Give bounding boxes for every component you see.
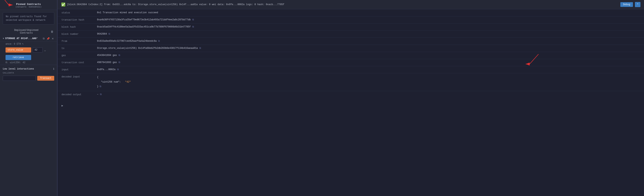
sidebar-network: (network: 420420421) [2,6,55,8]
block-number-row: block number 9642084 ⧉ [58,31,644,38]
gas-row: gas 4543041694 gas ⧉ [58,52,644,59]
calldata-row: Transact [0,75,57,82]
tx-summary-text: [block:9642084 txIndex:2] from: 0x833...… [67,3,284,6]
input-value: 0x0fe...0002a ⧉ [97,68,119,71]
status-row: status 0x1 Transaction mined and executi… [58,9,644,16]
status-key: status [62,11,97,14]
to-row: to Storage.store_value(uint256) 0x14fa68… [58,45,644,52]
retrieve-button[interactable]: retrieve [6,55,31,60]
to-key: to [62,47,97,50]
store-value-input[interactable] [33,47,42,53]
tx-hash-row: transaction hash 0xa4b30f47657138a3fca35… [58,16,644,24]
deployed-header: Deployed/Unpinned Contracts 🗑 [0,27,57,36]
decoded-input-key: decoded input [62,75,97,78]
copy-gas-icon[interactable]: ⧉ [118,54,120,57]
tx-header-bar: ✅ [block:9642084 txIndex:2] from: 0x833.… [58,0,644,9]
success-check-icon: ✅ [61,2,66,7]
collapse-button[interactable]: ⌃ [635,2,640,7]
copy-decoded-input-icon[interactable]: ⧉ [100,84,101,89]
contract-row: ▼ STORAGE AT 0X14F...AA0' ⧉ 📌 ✕ [0,36,57,42]
tx-cost-value: 4987641693 gas ⧉ [97,61,120,64]
contract-chevron-icon[interactable]: ▼ [3,37,4,40]
balance-value: 0 ETH [14,43,21,45]
copy-tx-cost-icon[interactable]: ⧉ [118,61,120,64]
sidebar-header: Pinned Contracts (network: 420420421) [0,0,57,10]
block-hash-key: block hash [62,26,97,29]
no-pinned-box: No pinned contracts found for selected w… [3,12,54,25]
copy-decoded-output-icon[interactable]: ⧉ [100,93,102,96]
tx-summary: ✅ [block:9642084 txIndex:2] from: 0x833.… [61,2,618,7]
decoded-input-value: { "uint256 num": "42" } ⧉ [97,75,131,89]
decoded-output-key: decoded output [62,93,97,96]
from-row: from 0x833a8ed50a6c327967cee62baef4a4a24… [58,38,644,45]
balance-row: ance: 0 ETH ✎ [0,42,57,47]
decoded-close-row: } ⧉ [97,84,101,89]
tx-cost-key: transaction cost [62,61,97,64]
param-row: 0: uint256: 42 [0,60,57,65]
to-value: Storage.store_value(uint256) 0x14fa68eb2… [97,47,201,50]
main-panel: ✅ [block:9642084 txIndex:2] from: 0x833.… [58,0,644,196]
tx-hash-key: transaction hash [62,18,97,21]
pin-contract-button[interactable]: 📌 [46,37,50,41]
input-key: input [62,68,97,71]
prompt-row: ▶ [58,102,644,109]
close-contract-button[interactable]: ✕ [51,37,54,41]
decoded-inner: "uint256 num": "42" [97,80,131,84]
contract-name-label: STORAGE AT 0X14F...AA0' [5,37,41,40]
block-number-key: block number [62,33,97,36]
prompt-icon: ▶ [62,104,63,107]
no-pinned-text: No pinned contracts found for selected w… [6,15,47,22]
block-hash-value: 0xacb5ad34ff4c4108ee5a3aa5fb333ac451ca9b… [97,26,194,28]
decoded-open-brace: { [97,75,98,80]
decoded-output-value: – ⧉ [97,93,102,96]
low-level-label: Low level interactions [3,68,34,70]
copy-input-icon[interactable]: ⧉ [117,68,119,71]
sidebar: Pinned Contracts (network: 420420421) No… [0,0,57,196]
block-number-value: 9642084 ⧉ [97,33,110,35]
debug-button[interactable]: Debug [620,2,633,7]
copy-block-hash-icon[interactable]: ⧉ [192,26,194,28]
edit-balance-icon[interactable]: ✎ [22,42,24,45]
deployed-label: Deployed/Unpinned Contracts [3,29,50,34]
decoded-input-row: decoded input { "uint256 num": "42" } ⧉ [58,73,644,91]
copy-tx-hash-icon[interactable]: ⧉ [192,18,194,21]
gas-value: 4543041694 gas ⧉ [97,54,120,57]
status-value: 0x1 Transaction mined and execution succ… [97,11,158,14]
sidebar-title: Pinned Contracts [2,3,55,6]
store-value-expand-icon[interactable]: ⌄ [44,48,46,52]
block-hash-row: block hash 0xacb5ad34ff4c4108ee5a3aa5fb3… [58,24,644,31]
decoded-output-row: decoded output – ⧉ [58,91,644,98]
retrieve-row: retrieve [0,53,57,60]
from-key: from [62,40,97,43]
store-value-button[interactable]: store_value [6,47,31,53]
copy-from-icon[interactable]: ⧉ [158,40,160,42]
store-value-row: store_value ⌄ [0,47,57,53]
param-label: 0: uint256: 42 [6,61,26,64]
tx-hash-value: 0xa4b30f47657138a3fca35ef79e8673e3b412ab… [97,18,194,21]
gas-key: gas [62,54,97,57]
transact-button[interactable]: Transact [37,76,54,81]
tx-details: status 0x1 Transaction mined and executi… [58,9,644,102]
copy-block-number-icon[interactable]: ⧉ [108,33,110,35]
copy-to-icon[interactable]: ⧉ [199,47,201,50]
delete-deployed-button[interactable]: 🗑 [50,30,54,34]
balance-prefix: ance: [6,43,12,45]
calldata-label: CALLDATA [0,71,57,75]
copy-contract-button[interactable]: ⧉ [42,37,45,41]
info-icon[interactable]: ℹ [53,67,54,70]
tx-cost-row: transaction cost 4987641693 gas ⧉ [58,59,644,66]
input-row: input 0x0fe...0002a ⧉ [58,66,644,73]
low-level-header: Low level interactions ℹ [0,65,57,71]
from-value: 0x833a8ed50a6c327967cee62baef4a4a24beedc… [97,40,160,42]
calldata-input[interactable] [3,76,36,81]
